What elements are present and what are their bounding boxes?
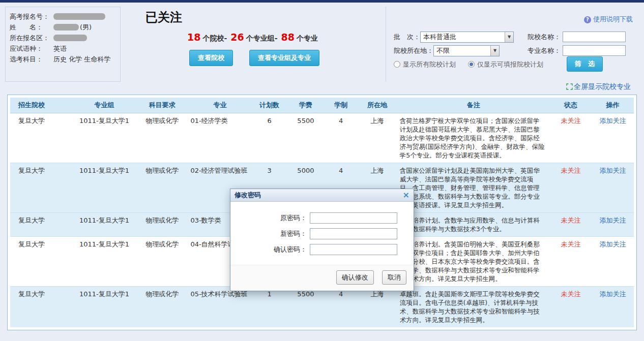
subjects-value: 历史 化学 生命科学 <box>53 54 120 65</box>
student-name-row: 姓 名： (男) <box>10 22 120 33</box>
fullscreen-icon <box>566 83 573 90</box>
cell-plan: 6 <box>252 113 286 163</box>
cell-years: 4 <box>325 113 357 163</box>
student-subjects-row: 选考科目： 历史 化学 生命科学 <box>10 54 120 65</box>
add-follow-link[interactable]: 添加关注 <box>592 163 634 213</box>
status-badge: 未关注 <box>550 237 592 287</box>
cell-fee: 5500 <box>287 287 325 328</box>
name-label: 姓 名： <box>10 22 53 33</box>
cell-major: 01-经济学类 <box>188 113 252 163</box>
filter-row-batch: 批 次： 本科普通批 ▼ 院校名称： <box>394 30 637 44</box>
cell-location: 上海 <box>357 287 397 328</box>
cell-years: 4 <box>325 287 357 328</box>
cell-subjects: 物理或化学 <box>136 113 188 163</box>
exam-id-value <box>53 11 120 22</box>
header-status: 状态 <box>550 98 592 113</box>
confirm-change-button[interactable]: 确认修改 <box>336 270 374 285</box>
add-follow-link[interactable]: 添加关注 <box>592 213 634 237</box>
filter-button[interactable]: 筛 选 <box>567 56 603 72</box>
student-language-row: 应试语种： 英语 <box>10 43 120 54</box>
fullscreen-link[interactable]: 全屏显示院校专业 <box>566 82 631 91</box>
header-plan: 计划数 <box>252 98 286 113</box>
college-name-input[interactable] <box>563 32 626 42</box>
cell-college: 复旦大学 <box>10 113 72 163</box>
followed-buttons: 查看院校 查看专业组及专业 <box>127 50 382 66</box>
chevron-down-icon: ▼ <box>490 46 499 56</box>
redacted-value <box>53 13 105 20</box>
batch-select-value: 本科普通批 <box>423 33 505 42</box>
cell-remark: 人才培养计划。含数学与应用数学、信息与计算科学、数据科学与大数据技术3个专业。 <box>397 213 550 237</box>
status-badge: 未关注 <box>550 287 592 328</box>
old-password-row: 原密码： <box>239 212 405 224</box>
followed-stats: 18个院校-26个专业组-88个专业 <box>127 32 382 43</box>
filter-row-location: 院校所在地： 不限 ▼ 专业名称： <box>394 44 637 57</box>
show-available-plans-radio[interactable] <box>468 61 475 68</box>
show-all-plans-radio[interactable] <box>394 61 400 68</box>
confirm-password-input[interactable] <box>310 244 397 255</box>
cell-major: 05-技术科学试验班 <box>188 287 252 328</box>
header-fee: 学费 <box>287 98 325 113</box>
college-count: 18 <box>187 32 200 43</box>
fullscreen-link-label: 全屏显示院校专业 <box>574 82 631 90</box>
cell-remark: 含荷兰格罗宁根大学双学位项目；含国家公派留学计划及赴德国哥廷根大学、慕尼黑大学、… <box>397 113 550 163</box>
cell-plan: 1 <box>252 287 286 328</box>
student-info-panel: 高考报名号： 姓 名： (男) 所在报名区： 应试语种： 英语 选考科目： 历史… <box>5 7 121 82</box>
add-follow-link[interactable]: 添加关注 <box>592 237 634 287</box>
cell-group: 1011-复旦大学1 <box>72 237 136 287</box>
cell-remark: 含国家公派留学计划及赴美国南加州大学、英国华威大学、法国巴黎高等商学院等校免学费… <box>397 163 550 213</box>
show-available-plans-label: 仅显示可填报院校计划 <box>477 60 543 69</box>
major-count-label: 个专业 <box>297 34 318 42</box>
cell-location: 上海 <box>357 113 397 163</box>
view-groups-majors-button[interactable]: 查看专业组及专业 <box>249 50 319 66</box>
name-value: (男) <box>53 22 120 33</box>
college-count-label: 个院校- <box>202 34 227 42</box>
filter-panel: ?使用说明下载 批 次： 本科普通批 ▼ 院校名称： 院校所在地： 不限 ▼ 专… <box>388 7 639 83</box>
cell-remark: 人才培养计划。含英国伯明翰大学、美国亚利桑那大学双学位项目；含赴美国耶鲁大学、加… <box>397 237 550 287</box>
help-download-link[interactable]: ?使用说明下载 <box>584 15 633 24</box>
redacted-value <box>53 24 79 30</box>
group-count: 26 <box>230 32 244 43</box>
major-name-input[interactable] <box>563 45 626 56</box>
followed-panel: 已关注 18个院校-26个专业组-88个专业 查看院校 查看专业组及专业 <box>127 9 382 66</box>
language-label: 应试语种： <box>10 43 53 54</box>
new-password-input[interactable] <box>310 228 397 239</box>
college-name-label: 院校名称： <box>522 33 561 42</box>
old-password-label: 原密码： <box>239 213 310 223</box>
view-colleges-button[interactable]: 查看院校 <box>189 50 233 66</box>
cell-group: 1011-复旦大学1 <box>72 287 136 328</box>
location-select[interactable]: 不限 ▼ <box>433 45 500 56</box>
cell-subjects: 物理或化学 <box>136 213 188 237</box>
status-badge: 未关注 <box>550 113 592 163</box>
old-password-input[interactable] <box>310 212 397 224</box>
major-name-label: 专业名称： <box>522 46 561 55</box>
show-all-plans-label: 显示所有院校计划 <box>403 60 456 69</box>
language-value: 英语 <box>53 43 120 54</box>
cancel-button[interactable]: 取消 <box>382 270 406 285</box>
filter-row-radios: 显示所有院校计划 仅显示可填报院校计划 筛 选 <box>394 57 637 71</box>
cell-subjects: 物理或化学 <box>136 163 188 213</box>
panel-divider <box>386 7 386 82</box>
exam-id-label: 高考报名号： <box>10 11 53 22</box>
table-row: 复旦大学 1011-复旦大学1 物理或化学 05-技术科学试验班 1 5500 … <box>10 287 634 328</box>
table-header-row: 招生院校 专业组 科目要求 专业 计划数 学费 学制 所在地 备注 状态 操作 <box>10 98 634 113</box>
batch-label: 批 次： <box>394 33 420 42</box>
group-count-label: 个专业组- <box>246 34 278 42</box>
header-years: 学制 <box>325 98 357 113</box>
batch-select[interactable]: 本科普通批 ▼ <box>420 32 514 43</box>
new-password-label: 新密码： <box>239 229 310 238</box>
close-icon[interactable]: × <box>403 191 409 199</box>
cell-fee: 5500 <box>287 113 325 163</box>
header-remark: 备注 <box>397 98 550 113</box>
help-icon: ? <box>584 16 591 23</box>
cell-college: 复旦大学 <box>10 287 72 328</box>
header-action: 操作 <box>592 98 634 113</box>
cell-college: 复旦大学 <box>10 237 72 287</box>
add-follow-link[interactable]: 添加关注 <box>592 287 634 328</box>
dialog-titlebar: 修改密码 × <box>230 189 414 202</box>
dialog-footer: 确认修改 取消 <box>230 265 414 291</box>
header-location: 所在地 <box>357 98 397 113</box>
header-subjects: 科目要求 <box>136 98 188 113</box>
filter-form: 批 次： 本科普通批 ▼ 院校名称： 院校所在地： 不限 ▼ 专业名称： 显示所… <box>394 30 637 71</box>
add-follow-link[interactable]: 添加关注 <box>592 113 634 163</box>
status-badge: 未关注 <box>550 213 592 237</box>
